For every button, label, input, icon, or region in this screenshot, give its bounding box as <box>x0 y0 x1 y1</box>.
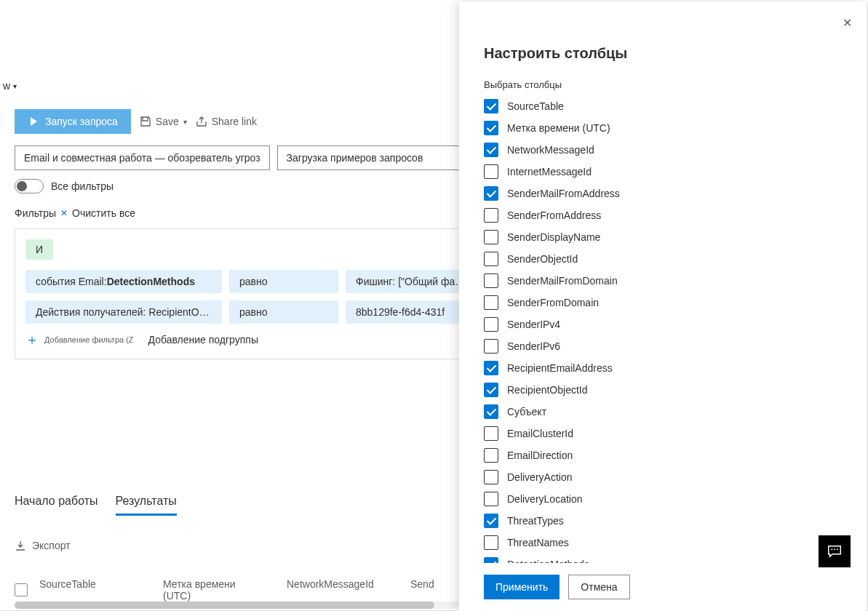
column-item[interactable]: ThreatNames <box>484 535 837 550</box>
plus-icon[interactable]: ＋ <box>25 331 39 348</box>
checkbox[interactable] <box>484 121 498 135</box>
checkbox[interactable] <box>484 317 498 332</box>
query-tab-dropdown[interactable]: w ▾ <box>3 80 17 92</box>
table-column-header[interactable]: Send <box>410 578 454 602</box>
chat-icon <box>827 543 843 559</box>
all-filters-toggle[interactable] <box>15 179 44 193</box>
filter-op-pill[interactable]: равно <box>229 270 338 293</box>
checkbox[interactable] <box>484 535 498 550</box>
checkbox[interactable] <box>484 99 498 113</box>
column-item[interactable]: SenderObjectId <box>484 252 837 266</box>
checkbox[interactable] <box>484 143 498 157</box>
apply-button[interactable]: Применить <box>484 575 560 599</box>
column-item[interactable]: Метка времени (UTC) <box>484 121 837 135</box>
column-item[interactable]: DetectionMethods <box>484 557 837 563</box>
column-label: SenderMailFromAddress <box>507 188 620 199</box>
table-column-header[interactable]: Метка времени (UTC) <box>163 578 287 602</box>
tab-results[interactable]: Результаты <box>116 495 177 516</box>
table-column-header[interactable]: SourceTable <box>39 578 163 602</box>
share-icon <box>196 116 207 127</box>
threat-explorer-label: Email и совместная работа — обозреватель… <box>24 152 260 164</box>
column-item[interactable]: SenderFromAddress <box>484 208 837 223</box>
clear-x-icon[interactable]: ✕ <box>60 208 68 218</box>
tab-start[interactable]: Начало работы <box>15 495 98 516</box>
filter-value-pill[interactable]: 8bb129fe-f6d4-431f <box>346 300 477 324</box>
export-label: Экспорт <box>32 540 71 551</box>
checkbox[interactable] <box>484 383 498 397</box>
save-button[interactable]: Save ▾ <box>140 116 187 127</box>
add-subgroup-label[interactable]: Добавление подгруппы <box>148 334 258 346</box>
export-button[interactable]: Экспорт <box>15 540 71 551</box>
checkbox[interactable] <box>484 230 498 244</box>
load-samples-label: Загрузка примеров запросов <box>287 152 423 164</box>
column-label: RecipientEmailAddress <box>507 362 613 374</box>
column-item[interactable]: SenderDisplayName <box>484 230 837 244</box>
column-item[interactable]: Субъект <box>484 404 837 419</box>
checkbox[interactable] <box>484 208 498 223</box>
panel-footer: Применить Отмена <box>459 563 867 611</box>
checkbox[interactable] <box>484 186 498 201</box>
column-label: RecipientObjectId <box>507 384 588 396</box>
cancel-button[interactable]: Отмена <box>568 575 629 599</box>
checkbox[interactable] <box>484 448 498 463</box>
checkbox[interactable] <box>484 426 498 441</box>
select-all-checkbox[interactable] <box>15 583 39 596</box>
and-badge[interactable]: И <box>25 239 53 260</box>
feedback-button[interactable] <box>819 535 851 567</box>
checkbox[interactable] <box>484 514 498 528</box>
query-tab-label: w <box>3 80 10 92</box>
panel-title: Настроить столбцы <box>484 45 837 62</box>
column-item[interactable]: SenderMailFromAddress <box>484 186 837 201</box>
all-filters-label: Все фильтры <box>51 180 114 192</box>
filter-value-pill[interactable]: Фишинг: ["Общий файл" r" <box>346 270 477 293</box>
column-item[interactable]: DeliveryAction <box>484 470 837 484</box>
checkbox[interactable] <box>484 404 498 419</box>
close-button[interactable]: ✕ <box>843 16 852 30</box>
checkbox[interactable] <box>484 295 498 310</box>
checkbox[interactable] <box>484 339 498 354</box>
column-item[interactable]: RecipientEmailAddress <box>484 361 837 375</box>
column-item[interactable]: SenderIPv4 <box>484 317 837 332</box>
filters-header: Фильтры ✕ Очистить все <box>15 207 135 219</box>
checkbox[interactable] <box>484 361 498 375</box>
checkbox[interactable] <box>484 470 498 484</box>
column-item[interactable]: SenderMailFromDomain <box>484 273 837 288</box>
add-filter-label[interactable]: Добавление фильтра (Z <box>44 335 134 344</box>
filters-label: Фильтры <box>15 207 56 219</box>
column-label: ThreatNames <box>507 537 569 548</box>
chevron-down-icon: ▾ <box>13 82 17 90</box>
checkbox[interactable] <box>484 557 498 563</box>
column-item[interactable]: SenderIPv6 <box>484 339 837 354</box>
filter-field-pill[interactable]: Действия получателей: RecipientObj... <box>25 300 222 324</box>
filter-op-pill[interactable]: равно <box>229 300 338 324</box>
column-item[interactable]: InternetMessageId <box>484 164 837 179</box>
checkbox[interactable] <box>484 252 498 266</box>
scrollbar-thumb[interactable] <box>15 602 434 609</box>
threat-explorer-tag[interactable]: Email и совместная работа — обозреватель… <box>15 145 270 170</box>
checkbox[interactable] <box>484 492 498 506</box>
column-label: NetworkMessageId <box>507 144 594 156</box>
play-icon <box>28 116 39 127</box>
panel-body: Настроить столбцы Выбрать столбцы Source… <box>459 1 867 563</box>
column-label: EmailClusterId <box>507 428 573 439</box>
run-query-label: Запуск запроса <box>45 116 118 127</box>
column-label: ThreatTypes <box>507 515 564 527</box>
filter-field-pill[interactable]: события Email:DetectionMethods <box>25 270 222 293</box>
column-item[interactable]: DeliveryLocation <box>484 492 837 506</box>
column-item[interactable]: SourceTable <box>484 99 837 113</box>
column-item[interactable]: NetworkMessageId <box>484 143 837 157</box>
column-item[interactable]: RecipientObjectId <box>484 383 837 397</box>
share-link-button[interactable]: Share link <box>196 116 257 127</box>
column-item[interactable]: EmailDirection <box>484 448 837 463</box>
column-item[interactable]: EmailClusterId <box>484 426 837 441</box>
run-query-button[interactable]: Запуск запроса <box>15 109 131 134</box>
table-column-header[interactable]: NetworkMessageId <box>287 578 410 602</box>
column-item[interactable]: ThreatTypes <box>484 514 837 528</box>
checkbox[interactable] <box>484 273 498 288</box>
column-label: SenderMailFromDomain <box>507 275 618 287</box>
result-tabs: Начало работы Результаты <box>15 495 177 516</box>
column-item[interactable]: SenderFromDomain <box>484 295 837 310</box>
column-label: SenderFromDomain <box>507 297 599 308</box>
clear-all-link[interactable]: Очистить все <box>72 207 135 219</box>
checkbox[interactable] <box>484 164 498 179</box>
